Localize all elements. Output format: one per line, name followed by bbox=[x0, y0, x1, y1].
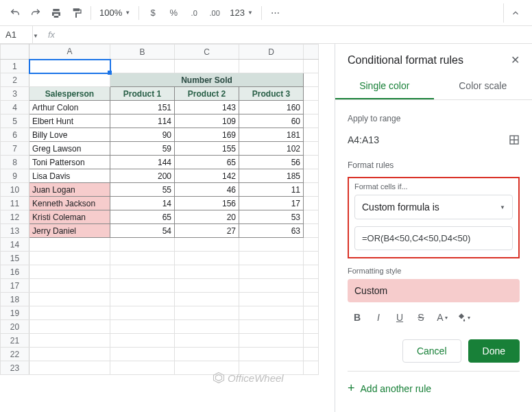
table-cell-name[interactable]: Juan Logan bbox=[29, 183, 110, 197]
table-cell-name[interactable]: Kristi Coleman bbox=[29, 210, 110, 224]
table-cell-value[interactable]: 65 bbox=[175, 156, 239, 169]
cell[interactable] bbox=[29, 265, 110, 279]
formula-input[interactable]: =OR(B4<50,C4<50,D4<50) bbox=[354, 226, 513, 250]
row-header[interactable]: 1 bbox=[1, 60, 29, 73]
text-color-button[interactable]: A▾ bbox=[433, 308, 452, 327]
fill-color-button[interactable]: ▾ bbox=[454, 308, 473, 327]
row-header[interactable]: 23 bbox=[1, 361, 29, 375]
table-cell-value[interactable]: 143 bbox=[175, 101, 239, 114]
cell[interactable] bbox=[175, 348, 239, 361]
row-header[interactable]: 3 bbox=[1, 87, 29, 101]
currency-icon[interactable]: $ bbox=[143, 3, 162, 23]
cell[interactable] bbox=[304, 348, 319, 361]
cell[interactable] bbox=[304, 73, 319, 87]
table-cell-value[interactable]: 151 bbox=[110, 101, 175, 114]
add-rule-button[interactable]: + Add another rule bbox=[348, 372, 520, 396]
cell[interactable] bbox=[239, 306, 304, 320]
table-cell-value[interactable]: 160 bbox=[239, 101, 304, 114]
cell[interactable] bbox=[175, 60, 239, 73]
column-header[interactable]: C bbox=[175, 45, 239, 60]
table-cell-name[interactable]: Kenneth Jackson bbox=[29, 197, 110, 210]
row-header[interactable]: 5 bbox=[1, 114, 29, 128]
cell[interactable] bbox=[239, 238, 304, 252]
row-header[interactable]: 6 bbox=[1, 128, 29, 142]
row-header[interactable]: 2 bbox=[1, 73, 29, 87]
cell[interactable] bbox=[29, 348, 110, 361]
table-cell-value[interactable]: 11 bbox=[239, 183, 304, 197]
condition-select[interactable]: Custom formula is ▼ bbox=[354, 195, 513, 219]
table-cell-name[interactable]: Toni Patterson bbox=[29, 156, 110, 169]
row-header[interactable]: 9 bbox=[1, 169, 29, 183]
table-cell-value[interactable]: 63 bbox=[239, 224, 304, 238]
cell[interactable] bbox=[304, 142, 319, 156]
cell[interactable] bbox=[304, 183, 319, 197]
cell[interactable] bbox=[304, 224, 319, 238]
strikethrough-button[interactable]: S bbox=[411, 308, 431, 327]
redo-icon[interactable] bbox=[26, 3, 45, 23]
table-cell-value[interactable]: 114 bbox=[110, 114, 175, 128]
table-cell-value[interactable]: 54 bbox=[110, 224, 175, 238]
cell[interactable] bbox=[304, 114, 319, 128]
cell[interactable] bbox=[175, 306, 239, 320]
row-header[interactable]: 10 bbox=[1, 183, 29, 197]
cell[interactable] bbox=[304, 361, 319, 375]
cell[interactable] bbox=[304, 210, 319, 224]
cell[interactable] bbox=[110, 306, 175, 320]
cell[interactable] bbox=[175, 293, 239, 306]
cell[interactable] bbox=[175, 334, 239, 348]
cell[interactable] bbox=[239, 279, 304, 293]
cell[interactable] bbox=[175, 320, 239, 334]
cell[interactable] bbox=[239, 348, 304, 361]
cell[interactable] bbox=[304, 238, 319, 252]
done-button[interactable]: Done bbox=[468, 339, 520, 363]
table-cell-name[interactable]: Elbert Hunt bbox=[29, 114, 110, 128]
cell[interactable] bbox=[29, 73, 110, 87]
cell[interactable] bbox=[175, 238, 239, 252]
column-header[interactable]: A bbox=[29, 45, 110, 60]
cell[interactable] bbox=[304, 252, 319, 265]
cell[interactable] bbox=[239, 293, 304, 306]
number-format-select[interactable]: 123▼ bbox=[226, 8, 257, 18]
table-cell-name[interactable]: Greg Lawson bbox=[29, 142, 110, 156]
cell[interactable] bbox=[110, 348, 175, 361]
style-preview[interactable]: Custom bbox=[348, 279, 520, 302]
column-header[interactable]: D bbox=[239, 45, 304, 60]
table-cell-value[interactable]: 59 bbox=[110, 142, 175, 156]
table-cell-value[interactable]: 20 bbox=[175, 210, 239, 224]
select-range-icon[interactable] bbox=[509, 134, 520, 145]
cell[interactable] bbox=[175, 265, 239, 279]
table-header[interactable]: Product 2 bbox=[175, 87, 239, 101]
table-cell-name[interactable]: Arthur Colon bbox=[29, 101, 110, 114]
tab-single-color[interactable]: Single color bbox=[335, 73, 434, 99]
paint-format-icon[interactable] bbox=[67, 3, 86, 23]
cell[interactable] bbox=[110, 361, 175, 375]
cell[interactable] bbox=[175, 279, 239, 293]
cell[interactable] bbox=[110, 334, 175, 348]
row-header[interactable]: 8 bbox=[1, 156, 29, 169]
column-header[interactable]: B bbox=[110, 45, 175, 60]
table-cell-value[interactable]: 102 bbox=[239, 142, 304, 156]
merged-header[interactable]: Number Sold bbox=[110, 73, 304, 87]
table-cell-name[interactable]: Jerry Daniel bbox=[29, 224, 110, 238]
decrease-decimal-icon[interactable]: .0 bbox=[184, 3, 204, 23]
spreadsheet-grid[interactable]: ABCD12Number Sold3SalespersonProduct 1Pr… bbox=[0, 44, 319, 375]
row-header[interactable]: 18 bbox=[1, 293, 29, 306]
cell[interactable] bbox=[110, 320, 175, 334]
cell[interactable] bbox=[304, 320, 319, 334]
cell[interactable] bbox=[239, 320, 304, 334]
range-input[interactable] bbox=[348, 130, 509, 149]
table-cell-value[interactable]: 14 bbox=[110, 197, 175, 210]
row-header[interactable]: 13 bbox=[1, 224, 29, 238]
close-icon[interactable]: ✕ bbox=[511, 53, 520, 66]
increase-decimal-icon[interactable]: .00 bbox=[205, 3, 224, 23]
table-cell-value[interactable]: 185 bbox=[239, 169, 304, 183]
table-header[interactable]: Product 1 bbox=[110, 87, 175, 101]
cell[interactable] bbox=[110, 279, 175, 293]
table-cell-value[interactable]: 65 bbox=[110, 210, 175, 224]
table-cell-value[interactable]: 155 bbox=[175, 142, 239, 156]
cell[interactable] bbox=[304, 279, 319, 293]
cell[interactable] bbox=[110, 265, 175, 279]
cell[interactable] bbox=[304, 265, 319, 279]
cell[interactable] bbox=[304, 87, 319, 101]
row-header[interactable]: 20 bbox=[1, 320, 29, 334]
